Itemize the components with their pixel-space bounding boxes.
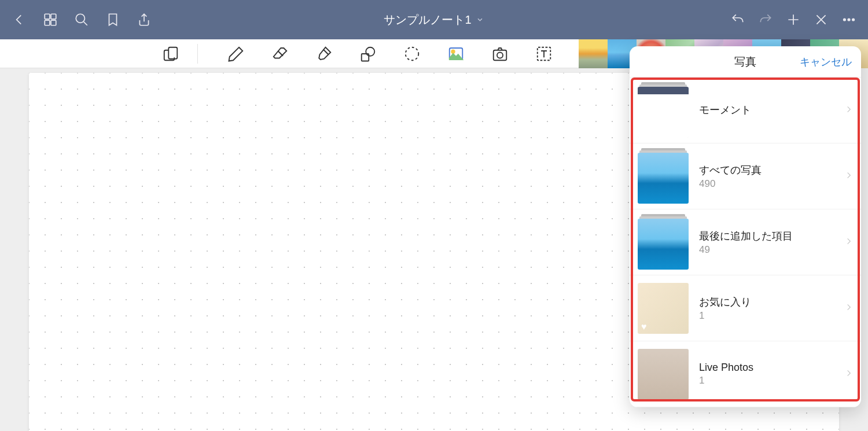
- svg-rect-8: [168, 47, 177, 58]
- page-tool[interactable]: [160, 43, 181, 64]
- svg-rect-2: [45, 20, 50, 25]
- svg-point-6: [848, 19, 849, 20]
- top-nav-bar: サンプルノート1: [0, 0, 868, 39]
- recent-thumb[interactable]: [579, 39, 608, 68]
- chevron-right-icon: [845, 301, 853, 316]
- album-name: すべての写真: [699, 163, 845, 177]
- svg-rect-0: [45, 14, 50, 19]
- album-row-recently-added[interactable]: 最後に追加した項目 49: [630, 209, 861, 275]
- album-thumb: [638, 153, 689, 204]
- back-button[interactable]: [12, 12, 27, 27]
- album-name: 最後に追加した項目: [699, 229, 845, 243]
- add-button[interactable]: [786, 12, 801, 27]
- album-count: 49: [699, 244, 845, 256]
- album-name: お気に入り: [699, 295, 845, 309]
- svg-point-11: [406, 47, 419, 60]
- album-thumb: [638, 87, 689, 138]
- divider: [197, 44, 198, 64]
- camera-tool[interactable]: [490, 43, 510, 64]
- close-cross-button[interactable]: [814, 12, 829, 27]
- photo-picker-popover: 写真 キャンセル モーメント すべての写真 490 最後に追加した項目 49: [630, 46, 861, 407]
- chevron-down-icon: [476, 13, 484, 27]
- pen-tool[interactable]: [226, 43, 247, 64]
- popover-header: 写真 キャンセル: [630, 46, 861, 78]
- album-count: 1: [699, 375, 845, 386]
- lasso-tool[interactable]: [402, 43, 422, 64]
- grid-view-button[interactable]: [43, 12, 58, 27]
- svg-rect-1: [51, 14, 56, 19]
- album-row-moments[interactable]: モーメント: [630, 78, 861, 143]
- album-row-all-photos[interactable]: すべての写真 490: [630, 143, 861, 209]
- svg-rect-14: [494, 50, 507, 60]
- album-count: 490: [699, 178, 845, 190]
- highlighter-tool[interactable]: [314, 43, 334, 64]
- svg-rect-3: [51, 20, 56, 25]
- search-button[interactable]: [74, 12, 89, 27]
- album-thumb: [638, 219, 689, 270]
- svg-point-15: [497, 52, 503, 58]
- album-count: 1: [699, 310, 845, 322]
- svg-point-9: [366, 47, 374, 56]
- bookmark-button[interactable]: [105, 12, 120, 27]
- chevron-right-icon: [845, 169, 853, 184]
- svg-point-5: [844, 19, 845, 20]
- cancel-button[interactable]: キャンセル: [800, 55, 852, 69]
- album-row-live-photos[interactable]: Live Photos 1: [630, 341, 861, 407]
- shape-tool[interactable]: [358, 43, 378, 64]
- title-text: サンプルノート1: [384, 12, 471, 28]
- popover-title: 写真: [734, 54, 756, 69]
- album-name: Live Photos: [699, 362, 845, 374]
- album-thumb: [638, 349, 689, 400]
- album-list: モーメント すべての写真 490 最後に追加した項目 49 お気に入: [630, 78, 861, 407]
- album-row-favorites[interactable]: お気に入り 1: [630, 275, 861, 341]
- eraser-tool[interactable]: [270, 43, 290, 64]
- more-button[interactable]: [841, 12, 856, 27]
- document-title[interactable]: サンプルノート1: [384, 12, 484, 28]
- redo-button[interactable]: [758, 12, 773, 27]
- svg-point-4: [76, 14, 84, 23]
- share-button[interactable]: [137, 12, 152, 27]
- album-name: モーメント: [699, 103, 845, 117]
- image-tool[interactable]: [446, 43, 466, 64]
- text-tool[interactable]: [534, 43, 554, 64]
- chevron-right-icon: [845, 235, 853, 250]
- chevron-right-icon: [845, 367, 853, 382]
- undo-button[interactable]: [730, 12, 745, 27]
- svg-point-13: [451, 50, 455, 53]
- chevron-right-icon: [845, 103, 853, 118]
- album-thumb: [638, 283, 689, 334]
- svg-point-7: [852, 19, 854, 20]
